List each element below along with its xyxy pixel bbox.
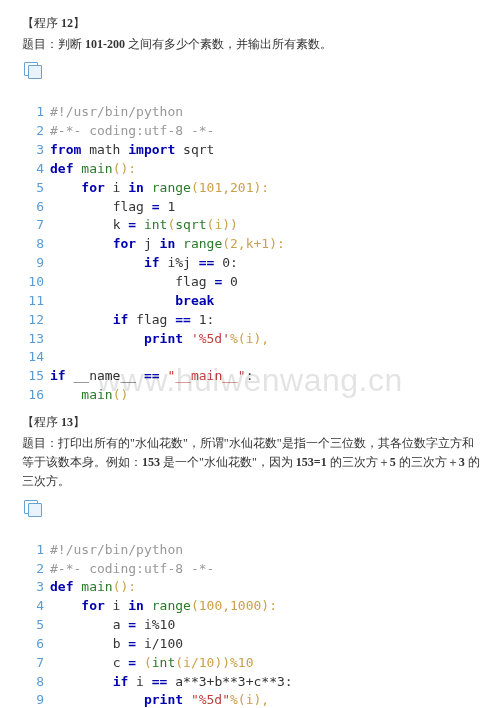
code-icon xyxy=(24,62,44,76)
program-13-desc: 题目：打印出所有的"水仙花数"，所谓"水仙花数"是指一个三位数，其各位数字立方和… xyxy=(22,434,480,492)
program-13-title: 【程序 13】 xyxy=(22,413,480,432)
program-12-title: 【程序 12】 xyxy=(22,14,480,33)
code-icon xyxy=(24,500,44,514)
document-page: www.huiwenwang.cn 【程序 12】 题目：判断 101-200 … xyxy=(0,0,500,708)
code-block-12: 1#!/usr/bin/python 2#-*- coding:utf-8 -*… xyxy=(22,85,480,405)
program-12-desc: 题目：判断 101-200 之间有多少个素数，并输出所有素数。 xyxy=(22,35,480,54)
code-block-13: 1#!/usr/bin/python 2#-*- coding:utf-8 -*… xyxy=(22,522,480,708)
